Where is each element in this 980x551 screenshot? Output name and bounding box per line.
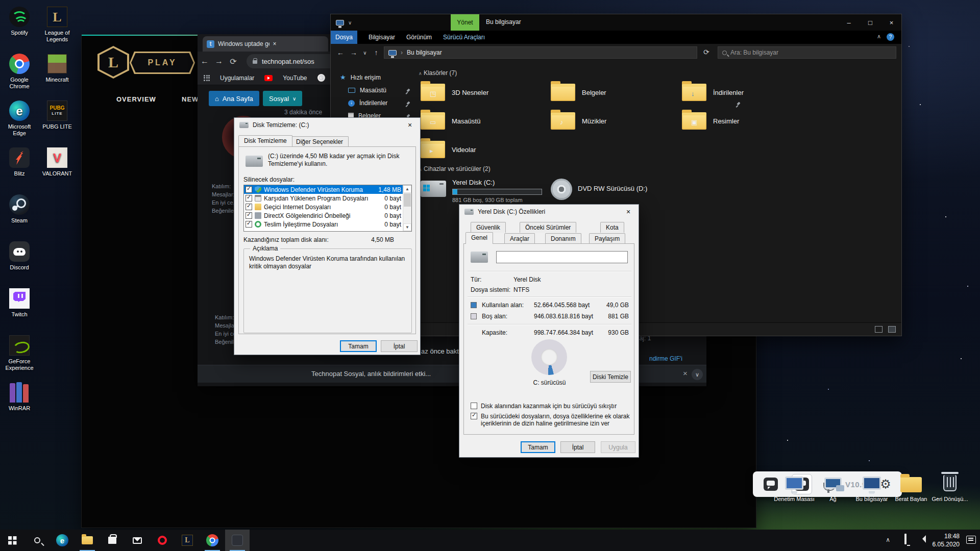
close-button[interactable]: × [400,118,420,132]
post-time[interactable]: 3 dakika önce [284,109,322,116]
folder-desktop[interactable]: ▭ Masaüstü [421,109,541,133]
folder-documents[interactable]: Belgeler [551,81,671,104]
desktop-icon-microsoft-edge[interactable]: e Microsoft Edge [1,100,38,137]
checkbox-unchecked[interactable] [471,403,477,409]
taskbar-file-explorer[interactable] [75,530,100,551]
google-icon[interactable]: G [317,74,325,82]
thumbnail-view-icon[interactable] [888,326,896,333]
list-item[interactable]: ✓ Windows Defender Virüsten Koruma 1,48 … [244,185,411,194]
checkbox-checked[interactable]: ✓ [246,204,252,210]
list-item[interactable]: ✓ Geçici Internet Dosyaları 0 bayt [244,203,411,211]
folders-section-header[interactable]: ∧ Klasörler (7) [419,69,457,77]
desktop-icon-minecraft[interactable]: Minecraft [39,53,76,83]
search-input[interactable] [730,49,892,56]
tab-quota[interactable]: Kota [600,222,624,233]
cancel-button[interactable]: İptal [560,441,595,453]
maximize-button[interactable]: □ [860,14,881,31]
menu-computer[interactable]: Bilgisayar [369,34,395,41]
folder-3d-objects[interactable]: ◳ 3D Nesneler [421,81,541,104]
checkbox-checked[interactable]: ✓ [246,221,252,228]
taskbar-mail[interactable] [125,530,150,551]
list-item[interactable]: ✓ Karşıdan Yüklenen Program Dosyaları 0 … [244,194,411,203]
folder-music[interactable]: ♪ Müzikler [551,109,671,133]
sidebar-item-downloads[interactable]: ↑ İndirilenler [348,99,387,107]
taskbar-league[interactable]: L [175,530,200,551]
start-button[interactable] [0,530,24,551]
tab-disk-cleanup[interactable]: Disk Temizleme [238,135,292,146]
taskbar-search-button[interactable] [25,530,50,551]
refresh-icon[interactable]: ⟳ [226,57,240,66]
banner-close-icon[interactable]: × [683,369,688,378]
gif-link[interactable]: ndirme GIF'i [649,355,682,362]
tab-close-icon[interactable]: × [273,40,325,47]
desktop-icon-valorant[interactable]: V VALORANT [39,147,76,177]
scroll-thumb[interactable] [404,193,411,207]
desktop-icon-user-folder[interactable]: Berat Baylan [891,472,932,503]
history-chevron-icon[interactable]: ∨ [360,50,370,56]
desktop-icon-control-panel[interactable]: Denetim Masası [774,472,815,503]
scroll-up-icon[interactable]: ▲ [403,185,411,193]
desktop-icon-geforce-experience[interactable]: GeForce Experience [1,335,38,371]
refresh-icon[interactable]: ⟳ [703,48,709,56]
checkbox-checked[interactable]: ✓ [471,413,477,419]
cleanup-file-list[interactable]: ✓ Windows Defender Virüsten Koruma 1,48 … [243,185,412,232]
forum-social-button[interactable]: Sosyal ∨ [263,91,302,106]
desktop-icon-this-pc[interactable]: Bu bilgisayar [851,472,892,503]
cancel-button[interactable]: İptal [381,340,418,352]
back-icon[interactable]: ← [334,48,347,57]
list-item[interactable]: ✓ DirectX Gölgelendirici Önbelleği 0 bay… [244,211,411,220]
browser-tab[interactable]: t Windows uptade geçmişi silme s × [203,36,328,52]
desktop-icon-network[interactable]: Ağ [813,472,853,503]
tab-sharing[interactable]: Paylaşım [589,233,625,244]
minimize-button[interactable]: – [838,14,860,31]
scroll-down-button[interactable]: ∨ [692,369,703,380]
disk-cleanup-button[interactable]: Diski Temizle [590,371,631,383]
ok-button[interactable]: Tamam [340,340,377,352]
tab-general[interactable]: Genel [465,232,493,244]
taskbar-opera[interactable] [150,530,175,551]
tab-hardware[interactable]: Donanım [545,233,581,244]
tab-tools[interactable]: Araçlar [504,233,535,244]
close-button[interactable]: × [618,205,639,219]
desktop-icon-spotify[interactable]: Spotify [1,6,38,36]
taskbar-store[interactable] [100,530,125,551]
taskbar-chrome[interactable] [200,530,225,551]
menu-drive-tools[interactable]: Sürücü Araçları [443,34,485,41]
tray-expand-icon[interactable]: ∧ [886,536,890,551]
search-box[interactable] [718,46,896,59]
folder-downloads[interactable]: ↓ İndirilenler [682,81,802,104]
desktop-icon-recycle-bin[interactable]: Geri Dönüşü... [929,472,970,503]
play-button[interactable]: PLAY [130,52,195,74]
tab-previous-versions[interactable]: Önceki Sürümler [520,222,576,233]
checkbox-checked[interactable]: ✓ [246,212,252,219]
volume-label-input[interactable] [496,251,628,263]
manage-ribbon-tab[interactable]: Yönet [451,14,479,31]
taskbar-clock[interactable]: 18:48 6.05.2020 [923,532,960,548]
nav-new[interactable]: NEW [182,95,199,103]
compress-checkbox-row[interactable]: Disk alanından kazanmak için bu sürücüyü… [471,403,634,410]
nav-overview[interactable]: OVERVIEW [116,95,156,103]
desktop-icon-twitch[interactable]: Twitch [1,288,38,318]
up-icon[interactable]: ↑ [370,48,383,57]
help-icon[interactable]: ? [887,33,894,41]
apps-grid-icon[interactable] [204,75,210,81]
desktop-icon-discord[interactable]: Discord [1,241,38,271]
sidebar-quick-access[interactable]: ★ Hızlı erişim [340,73,381,81]
qat-chevron-icon[interactable]: ∨ [348,20,352,26]
scrollbar[interactable]: ▲ ▼ [403,185,411,231]
desktop-icon-pubg-lite[interactable]: PUBGLITE PUBG LITE [39,100,76,130]
menu-file[interactable]: Dosya [331,31,357,44]
apply-button[interactable]: Uygula [601,441,635,453]
taskbar-active-app[interactable] [225,530,250,551]
tab-more-options[interactable]: Diğer Seçenekler [290,136,349,146]
bookmark-youtube[interactable]: YouTube [283,74,307,82]
sidebar-item-desktop[interactable]: Masaüstü [348,87,386,94]
bookmark-apps[interactable]: Uygulamalar [220,74,254,82]
forward-icon[interactable]: → [212,57,226,66]
desktop-icon-steam[interactable]: Steam [1,194,38,224]
menu-view[interactable]: Görünüm [406,34,432,41]
ok-button[interactable]: Tamam [521,441,555,453]
desktop-icon-google-chrome[interactable]: Google Chrome [1,53,38,90]
desktop-icon-winrar[interactable]: WinRAR [1,382,38,412]
tab-security[interactable]: Güvenlik [471,222,506,233]
